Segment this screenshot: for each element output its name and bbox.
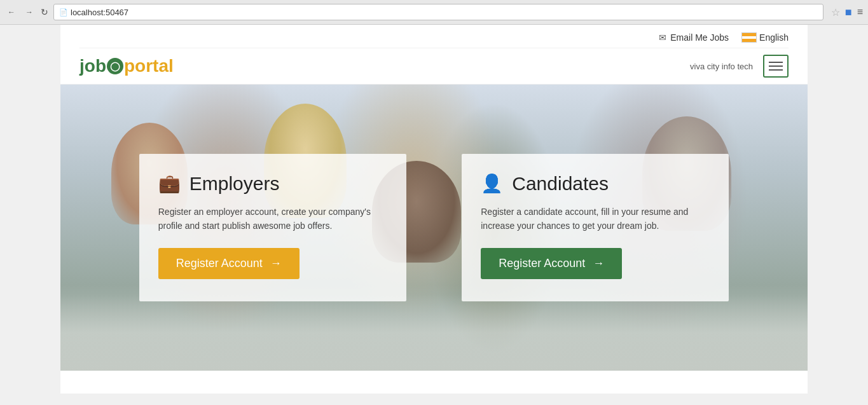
candidate-icon: 👤 (481, 173, 503, 194)
site-logo[interactable]: job ◯ portal (79, 56, 174, 76)
hamburger-line-2 (769, 65, 783, 67)
address-bar[interactable]: 📄 localhost:50467 (53, 4, 823, 20)
hamburger-line-3 (769, 69, 783, 71)
candidate-title-text: Candidates (512, 173, 609, 195)
url-text: localhost:50467 (71, 8, 128, 17)
browser-toolbar: ← → ↻ 📄 localhost:50467 ☆ ■ ≡ (0, 0, 868, 24)
logo-person-icon: ◯ (107, 58, 123, 74)
header-main: job ◯ portal viva city info tech (79, 48, 789, 84)
extension-icon[interactable]: ■ (845, 6, 852, 19)
email-me-jobs-label: Email Me Jobs (670, 32, 729, 43)
email-icon: ✉ (659, 32, 666, 43)
hero-cards: 💼 Employers Register an employer account… (60, 85, 808, 371)
header-right: viva city info tech (690, 55, 789, 78)
hamburger-line-1 (769, 62, 783, 63)
flag-icon (741, 32, 757, 43)
page-icon: 📄 (59, 8, 68, 17)
language-label: English (759, 32, 789, 43)
back-button[interactable]: ← (5, 6, 18, 18)
employer-card-description: Register an employer account, create you… (158, 205, 387, 233)
page-content: ✉ Email Me Jobs English job ◯ portal viv… (60, 25, 808, 394)
company-name: viva city info tech (690, 62, 753, 71)
candidate-card: 👤 Candidates Register a candidate accoun… (462, 154, 729, 302)
language-selector[interactable]: English (741, 32, 789, 43)
candidate-register-arrow: → (593, 257, 604, 270)
browser-menu-icon[interactable]: ≡ (857, 6, 863, 18)
employer-card-title: 💼 Employers (158, 173, 387, 195)
logo-job-text: job (79, 56, 106, 76)
site-header: ✉ Email Me Jobs English job ◯ portal viv… (60, 25, 808, 85)
email-me-jobs-link[interactable]: ✉ Email Me Jobs (659, 32, 729, 43)
employer-register-button[interactable]: Register Account → (158, 248, 300, 279)
header-top: ✉ Email Me Jobs English (79, 25, 789, 48)
refresh-button[interactable]: ↻ (41, 7, 48, 17)
forward-button[interactable]: → (23, 6, 36, 18)
employer-icon: 💼 (158, 173, 181, 194)
employer-title-text: Employers (189, 173, 280, 195)
hero-section: 💼 Employers Register an employer account… (60, 85, 808, 371)
bookmark-icon[interactable]: ☆ (831, 6, 840, 18)
candidate-card-title: 👤 Candidates (481, 173, 710, 195)
hamburger-menu-button[interactable] (763, 55, 789, 78)
employer-register-label: Register Account (176, 257, 263, 270)
browser-chrome: ← → ↻ 📄 localhost:50467 ☆ ■ ≡ (0, 0, 868, 25)
candidate-register-button[interactable]: Register Account → (481, 248, 622, 279)
employer-register-arrow: → (270, 257, 282, 270)
logo-portal-text: portal (124, 56, 174, 76)
candidate-register-label: Register Account (499, 257, 585, 270)
employer-card: 💼 Employers Register an employer account… (139, 154, 406, 302)
candidate-card-description: Register a candidate account, fill in yo… (481, 205, 710, 233)
